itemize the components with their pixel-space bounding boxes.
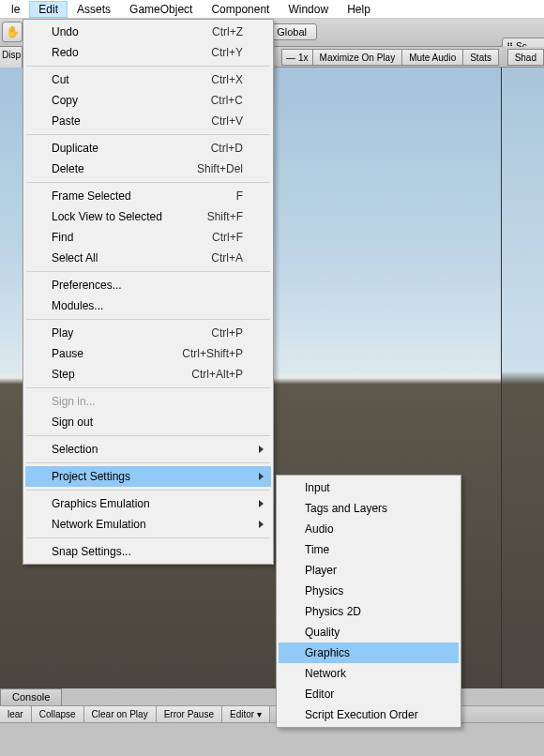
submenu-item-label: Input — [305, 481, 431, 494]
menu-item-label: Project Settings — [52, 470, 243, 483]
submenu-arrow-icon — [259, 473, 264, 480]
menu-item-network-emulation[interactable]: Network Emulation — [25, 514, 271, 535]
submenu-item-label: Editor — [305, 688, 431, 701]
menu-item-shortcut: Shift+F — [207, 210, 243, 223]
submenu-item-label: Network — [305, 667, 431, 680]
menu-item-modules[interactable]: Modules... — [25, 295, 271, 316]
menubar: le Edit Assets GameObject Component Wind… — [0, 0, 544, 19]
menu-item-shortcut: F — [236, 189, 243, 203]
menu-item-delete[interactable]: DeleteShift+Del — [25, 159, 271, 179]
submenu-item-quality[interactable]: Quality — [279, 622, 459, 643]
menu-item-find[interactable]: FindCtrl+F — [25, 227, 271, 248]
menu-item-shortcut: Ctrl+D — [211, 142, 243, 155]
display-dropdown-partial[interactable]: Disp — [0, 47, 23, 68]
menu-item-shortcut: Ctrl+Alt+P — [191, 368, 243, 381]
menu-item-shortcut: Ctrl+Z — [212, 25, 243, 38]
console-clear-on-play[interactable]: Clear on Play — [84, 706, 157, 722]
console-editor-dropdown[interactable]: Editor ▾ — [222, 706, 270, 722]
menu-item-shortcut: Shift+Del — [197, 162, 243, 175]
console-error-pause[interactable]: Error Pause — [157, 706, 222, 722]
submenu-arrow-icon — [259, 446, 264, 453]
mute-audio[interactable]: Mute Audio — [402, 49, 463, 66]
console-tab[interactable]: Console — [0, 688, 62, 705]
edit-menu-dropdown: UndoCtrl+ZRedoCtrl+YCutCtrl+XCopyCtrl+CP… — [23, 19, 274, 565]
menu-item-redo[interactable]: RedoCtrl+Y — [25, 42, 271, 63]
scene-view[interactable]: ⠿ Sc — [501, 54, 544, 688]
menu-edit[interactable]: Edit — [29, 1, 68, 18]
menu-item-label: Find — [52, 231, 212, 244]
menu-item-undo[interactable]: UndoCtrl+Z — [25, 22, 271, 42]
menu-item-shortcut: Ctrl+V — [211, 114, 243, 128]
menu-item-label: Network Emulation — [52, 518, 243, 531]
submenu-item-label: Quality — [305, 626, 431, 639]
console-clear[interactable]: lear — [0, 706, 32, 722]
global-toggle[interactable]: Global — [266, 23, 317, 40]
submenu-item-label: Player — [305, 564, 431, 577]
submenu-item-editor[interactable]: Editor — [279, 684, 459, 704]
submenu-item-input[interactable]: Input — [279, 477, 459, 498]
console-body[interactable] — [0, 723, 544, 756]
menu-separator — [26, 435, 270, 436]
menu-item-frame-selected[interactable]: Frame SelectedF — [25, 186, 271, 206]
menu-item-play[interactable]: PlayCtrl+P — [25, 323, 271, 343]
submenu-item-physics[interactable]: Physics — [279, 581, 459, 601]
menu-item-label: Lock View to Selected — [52, 210, 207, 223]
menu-window[interactable]: Window — [279, 1, 338, 18]
menu-separator — [26, 387, 270, 388]
menu-separator — [26, 182, 270, 183]
submenu-item-audio[interactable]: Audio — [279, 519, 459, 539]
console-collapse[interactable]: Collapse — [32, 706, 84, 722]
submenu-item-label: Tags and Layers — [305, 502, 431, 515]
maximize-on-play[interactable]: Maximize On Play — [313, 49, 403, 66]
submenu-item-label: Script Execution Order — [305, 708, 431, 721]
menu-item-label: Graphics Emulation — [52, 497, 243, 510]
menu-item-label: Selection — [52, 443, 243, 456]
submenu-item-tags-and-layers[interactable]: Tags and Layers — [279, 498, 459, 519]
menu-separator — [26, 537, 270, 538]
menu-item-label: Sign in... — [52, 395, 243, 408]
menu-item-project-settings[interactable]: Project Settings — [25, 466, 271, 487]
menu-assets[interactable]: Assets — [68, 1, 120, 18]
menu-item-step[interactable]: StepCtrl+Alt+P — [25, 364, 271, 385]
menu-separator — [26, 490, 270, 491]
submenu-item-script-execution-order[interactable]: Script Execution Order — [279, 704, 459, 725]
submenu-item-network[interactable]: Network — [279, 663, 459, 684]
submenu-item-label: Physics — [305, 584, 431, 597]
menu-item-label: Step — [52, 368, 191, 381]
submenu-item-label: Audio — [305, 522, 431, 536]
menu-item-shortcut: Ctrl+P — [211, 326, 243, 340]
project-settings-submenu: InputTags and LayersAudioTimePlayerPhysi… — [276, 475, 461, 728]
menu-item-label: Pause — [52, 347, 182, 360]
menu-item-pause[interactable]: PauseCtrl+Shift+P — [25, 343, 271, 364]
submenu-item-graphics[interactable]: Graphics — [279, 643, 459, 663]
scale-1x[interactable]: —1x — [281, 49, 313, 66]
menu-item-preferences[interactable]: Preferences... — [25, 275, 271, 295]
submenu-item-label: Physics 2D — [305, 605, 431, 618]
menu-component[interactable]: Component — [202, 1, 279, 18]
shading-mode[interactable]: Shad — [507, 49, 544, 66]
menu-item-selection[interactable]: Selection — [25, 439, 271, 460]
submenu-item-player[interactable]: Player — [279, 560, 459, 581]
menu-item-graphics-emulation[interactable]: Graphics Emulation — [25, 493, 271, 514]
submenu-arrow-icon — [259, 521, 264, 528]
menu-item-shortcut: Ctrl+Y — [211, 46, 243, 59]
menu-file-partial[interactable]: le — [2, 1, 29, 18]
menu-help[interactable]: Help — [338, 1, 380, 18]
submenu-item-label: Time — [305, 543, 431, 556]
menu-item-cut[interactable]: CutCtrl+X — [25, 69, 271, 90]
menu-separator — [26, 319, 270, 320]
stats[interactable]: Stats — [463, 49, 499, 66]
menu-item-duplicate[interactable]: DuplicateCtrl+D — [25, 138, 271, 159]
menu-gameobject[interactable]: GameObject — [120, 1, 202, 18]
submenu-item-physics-2d[interactable]: Physics 2D — [279, 601, 459, 622]
submenu-item-time[interactable]: Time — [279, 539, 459, 560]
menu-item-paste[interactable]: PasteCtrl+V — [25, 111, 271, 131]
menu-item-select-all[interactable]: Select AllCtrl+A — [25, 248, 271, 268]
hand-tool-button[interactable]: ✋ — [2, 22, 23, 42]
menu-item-label: Copy — [52, 94, 211, 107]
menu-item-copy[interactable]: CopyCtrl+C — [25, 90, 271, 111]
menu-item-snap-settings[interactable]: Snap Settings... — [25, 541, 271, 562]
menu-item-lock-view-to-selected[interactable]: Lock View to SelectedShift+F — [25, 206, 271, 227]
menu-item-label: Modules... — [52, 299, 243, 312]
menu-item-sign-out[interactable]: Sign out — [25, 412, 271, 432]
